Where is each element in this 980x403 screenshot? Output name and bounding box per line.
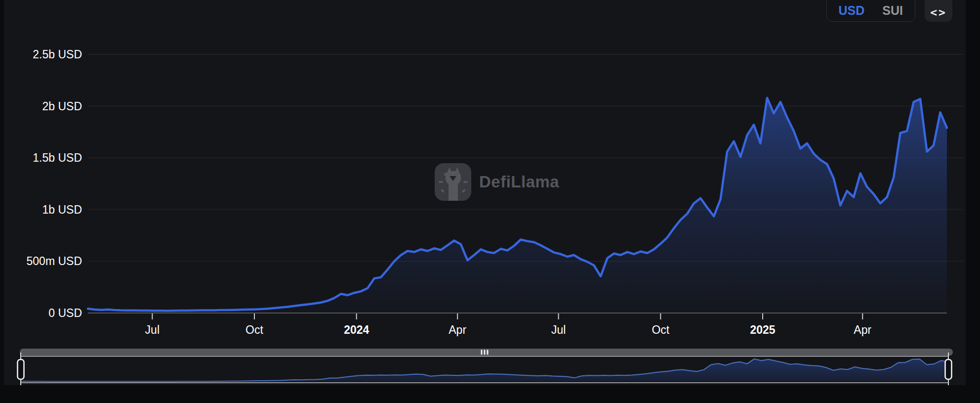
y-axis-label: 2.5b USD <box>33 48 82 61</box>
x-axis-label: Apr <box>854 323 871 336</box>
embed-code-button[interactable]: <> <box>925 0 952 22</box>
x-axis-label: Jul <box>551 323 566 336</box>
brush-grip-icon[interactable] <box>484 350 486 355</box>
code-icon: <> <box>930 6 947 19</box>
currency-sui-button[interactable]: SUI <box>873 0 912 21</box>
chart-card: DefiLlama 0 USD500m USD1b USD1.5b USD2b … <box>4 0 966 385</box>
brush-grip-icon[interactable] <box>481 350 483 355</box>
y-axis-label: 1.5b USD <box>33 151 82 164</box>
x-axis-label: 2024 <box>344 323 369 336</box>
brush-mini-area <box>21 359 948 382</box>
tvl-area-fill <box>88 98 947 313</box>
x-axis-label: Apr <box>449 323 466 336</box>
brush-grip-icon[interactable] <box>487 350 489 355</box>
y-axis-label: 1b USD <box>42 203 82 216</box>
x-axis-label: Jul <box>145 323 160 336</box>
left-brush-handle[interactable] <box>18 359 24 379</box>
x-axis-label: 2025 <box>750 323 775 336</box>
currency-usd-button[interactable]: USD <box>830 0 874 21</box>
x-axis-label: Oct <box>245 323 263 336</box>
x-axis-label: Oct <box>652 323 669 336</box>
brush-track-bar[interactable] <box>20 349 953 356</box>
y-axis-label: 0 USD <box>48 307 82 319</box>
currency-toggle: USD SUI <box>826 0 915 22</box>
y-axis-label: 500m USD <box>27 255 82 268</box>
tvl-area-chart[interactable]: 0 USD500m USD1b USD1.5b USD2b USD2.5b US… <box>4 0 966 385</box>
right-brush-handle[interactable] <box>945 359 952 379</box>
y-axis-label: 2b USD <box>42 100 82 113</box>
